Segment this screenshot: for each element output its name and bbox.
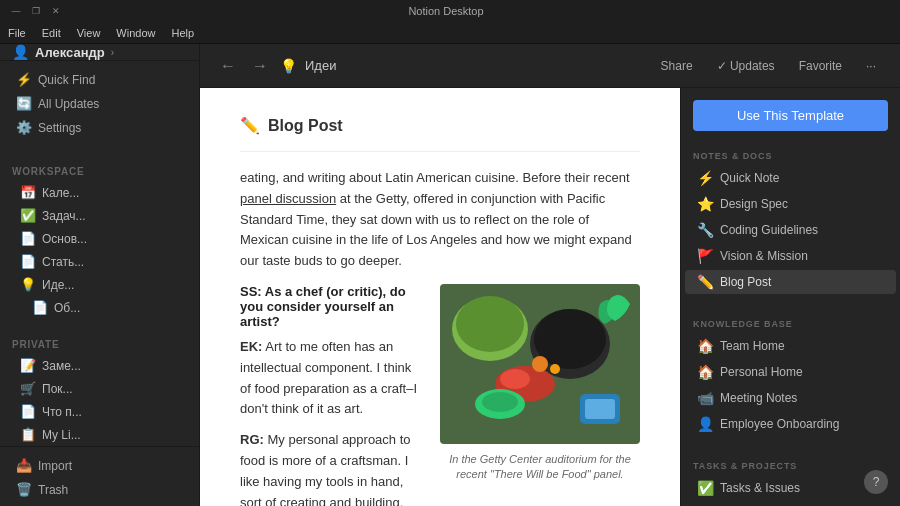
sidebar-item-label: Quick Find	[38, 73, 95, 87]
panel-item-personal-home[interactable]: 🏠 Personal Home	[685, 360, 896, 384]
window-controls[interactable]: — ❐ ✕	[10, 5, 62, 17]
sidebar-item-ideas-sub[interactable]: 📄 Об...	[4, 297, 195, 318]
sidebar-item-import[interactable]: 📥 Import	[4, 454, 195, 477]
updates-button[interactable]: ✓ Updates	[709, 55, 783, 77]
panel-item-meeting-notes[interactable]: 📹 Meeting Notes	[685, 386, 896, 410]
image-caption: In the Getty Center auditorium for the r…	[440, 452, 640, 483]
tasks-issues-icon: ✅	[697, 480, 714, 496]
meeting-notes-icon: 📹	[697, 390, 714, 406]
right-panel: Use This Template NOTES & DOCS ⚡ Quick N…	[680, 88, 900, 506]
forward-button[interactable]: →	[248, 55, 272, 77]
menu-edit[interactable]: Edit	[42, 27, 61, 39]
calendar-icon: 📅	[20, 185, 36, 200]
intro-paragraph: eating, and writing about Latin American…	[240, 168, 640, 272]
maximize-button[interactable]: ❐	[30, 5, 42, 17]
page-body[interactable]: ✏️ Blog Post eating, and writing about L…	[200, 88, 680, 506]
content-with-image: SS: As a chef (or critic), do you consid…	[240, 284, 640, 506]
sidebar-item-mylist[interactable]: 📋 My Li...	[4, 424, 195, 445]
sidebar-item-notes[interactable]: 📝 Заме...	[4, 355, 195, 376]
svg-point-6	[500, 369, 530, 389]
page-title: Blog Post	[268, 117, 343, 135]
menu-file[interactable]: File	[8, 27, 26, 39]
sidebar-item-what[interactable]: 📄 Что п...	[4, 401, 195, 422]
sidebar-item-label: Иде...	[42, 278, 74, 292]
knowledge-base-label: KNOWLEDGE BASE	[681, 311, 900, 333]
sidebar-item-label: Задач...	[42, 209, 86, 223]
svg-point-12	[550, 364, 560, 374]
content-text-col: SS: As a chef (or critic), do you consid…	[240, 284, 420, 506]
blog-post-icon: ✏️	[697, 274, 714, 290]
sidebar-item-ideas[interactable]: 💡 Иде...	[4, 274, 195, 295]
panel-item-label: Team Home	[720, 339, 785, 353]
use-template-button[interactable]: Use This Template	[693, 100, 888, 131]
panel-item-coding[interactable]: 🔧 Coding Guidelines	[685, 218, 896, 242]
svg-point-8	[482, 392, 518, 412]
menu-view[interactable]: View	[77, 27, 101, 39]
sidebar-item-quick-find[interactable]: ⚡ Quick Find	[4, 68, 195, 91]
breadcrumb-icon: 💡	[280, 58, 297, 74]
answer1-text: Art to me often has an intellectual comp…	[240, 339, 417, 416]
share-button[interactable]: Share	[653, 55, 701, 77]
sidebar-item-label: Об...	[54, 301, 80, 315]
sidebar-bottom: 📥 Import 🗑️ Trash + New Page	[0, 446, 199, 506]
sidebar-item-label: Trash	[38, 483, 68, 497]
menu-window[interactable]: Window	[116, 27, 155, 39]
main-icon: 📄	[20, 231, 36, 246]
private-section-label: PRIVATE	[0, 331, 199, 354]
sidebar-item-articles[interactable]: 📄 Стать...	[4, 251, 195, 272]
content-image-col: In the Getty Center auditorium for the r…	[440, 284, 640, 506]
sidebar-header[interactable]: 👤 Александр ›	[0, 44, 199, 61]
panel-item-label: Quick Note	[720, 171, 779, 185]
panel-discussion-link[interactable]: panel discussion	[240, 191, 336, 206]
onboarding-icon: 👤	[697, 416, 714, 432]
main-toolbar: ← → 💡 Идеи Share ✓ Updates Favorite ···	[200, 44, 900, 88]
articles-icon: 📄	[20, 254, 36, 269]
svg-rect-10	[585, 399, 615, 419]
notes-docs-label: NOTES & DOCS	[681, 143, 900, 165]
mylist-icon: 📋	[20, 427, 36, 442]
favorite-button[interactable]: Favorite	[791, 55, 850, 77]
panel-item-blog-post[interactable]: ✏️ Blog Post	[685, 270, 896, 294]
sidebar-item-label: Кале...	[42, 186, 79, 200]
sidebar-item-label: Import	[38, 459, 72, 473]
more-button[interactable]: ···	[858, 55, 884, 77]
menu-bar: File Edit View Window Help	[0, 22, 900, 44]
app-layout: 👤 Александр › ⚡ Quick Find 🔄 All Updates…	[0, 44, 900, 506]
panel-item-label: Coding Guidelines	[720, 223, 818, 237]
import-icon: 📥	[16, 458, 32, 473]
settings-icon: ⚙️	[16, 120, 32, 135]
panel-item-vision[interactable]: 🚩 Vision & Mission	[685, 244, 896, 268]
sidebar-item-shopping[interactable]: 🛒 Пок...	[4, 378, 195, 399]
speaker-ek: EK:	[240, 339, 262, 354]
panel-item-onboarding[interactable]: 👤 Employee Onboarding	[685, 412, 896, 436]
sidebar-item-label: My Li...	[42, 428, 81, 442]
panel-item-design-spec[interactable]: ⭐ Design Spec	[685, 192, 896, 216]
sidebar-item-label: Что п...	[42, 405, 82, 419]
sidebar-item-main[interactable]: 📄 Основ...	[4, 228, 195, 249]
back-button[interactable]: ←	[216, 55, 240, 77]
sidebar-item-trash[interactable]: 🗑️ Trash	[4, 478, 195, 501]
sidebar-item-calendar[interactable]: 📅 Кале...	[4, 182, 195, 203]
sidebar-item-label: Пок...	[42, 382, 73, 396]
sidebar-item-settings[interactable]: ⚙️ Settings	[4, 116, 195, 139]
coding-icon: 🔧	[697, 222, 714, 238]
menu-help[interactable]: Help	[171, 27, 194, 39]
design-spec-icon: ⭐	[697, 196, 714, 212]
workspace-section-label: WORKSPACE	[0, 158, 199, 181]
shopping-icon: 🛒	[20, 381, 36, 396]
notes-icon: 📝	[20, 358, 36, 373]
help-button[interactable]: ?	[864, 470, 888, 494]
minimize-button[interactable]: —	[10, 5, 22, 17]
title-bar: — ❐ ✕ Notion Desktop	[0, 0, 900, 22]
sidebar-item-tasks[interactable]: ✅ Задач...	[4, 205, 195, 226]
close-button[interactable]: ✕	[50, 5, 62, 17]
panel-item-quick-note[interactable]: ⚡ Quick Note	[685, 166, 896, 190]
svg-point-11	[532, 356, 548, 372]
ideas-icon: 💡	[20, 277, 36, 292]
panel-item-label: Employee Onboarding	[720, 417, 839, 431]
panel-item-lightweight-todos[interactable]: 📊 Lightweight To-dos	[685, 502, 896, 506]
sidebar-item-label: Основ...	[42, 232, 87, 246]
panel-item-team-home[interactable]: 🏠 Team Home	[685, 334, 896, 358]
panel-item-label: Design Spec	[720, 197, 788, 211]
sidebar-item-all-updates[interactable]: 🔄 All Updates	[4, 92, 195, 115]
